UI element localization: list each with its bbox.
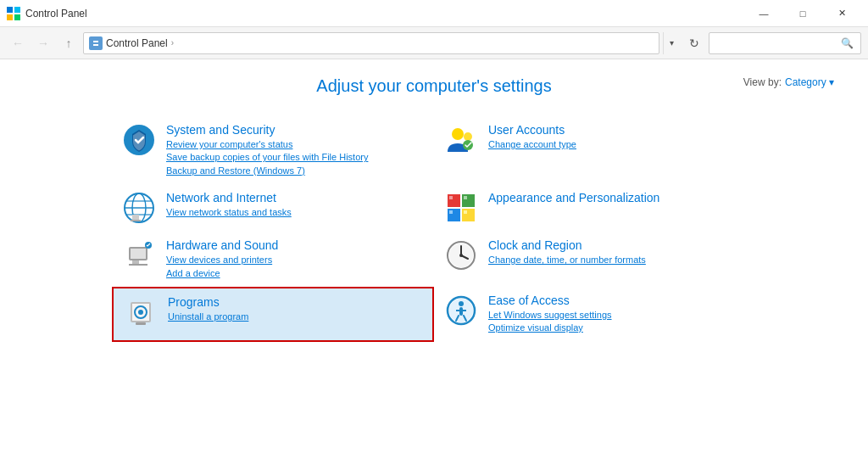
close-button[interactable]: ✕ — [822, 0, 861, 27]
svg-rect-6 — [93, 44, 98, 46]
clock-link-1[interactable]: Change date, time, or number formats — [488, 254, 746, 266]
svg-point-9 — [464, 132, 472, 141]
clock-icon — [444, 238, 478, 272]
ease-title[interactable]: Ease of Access — [488, 294, 746, 307]
address-path[interactable]: Control Panel › — [83, 32, 659, 54]
svg-point-8 — [452, 128, 464, 140]
user-accounts-title[interactable]: User Accounts — [488, 123, 746, 137]
category-hardware[interactable]: Hardware and Sound View devices and prin… — [112, 232, 434, 287]
search-box[interactable]: 🔍 — [709, 32, 861, 54]
view-by: View by: Category ▾ — [743, 76, 834, 88]
svg-rect-5 — [93, 41, 98, 42]
svg-rect-2 — [7, 14, 13, 20]
programs-link-1[interactable]: Uninstall a program — [168, 311, 422, 323]
up-button[interactable]: ↑ — [58, 32, 80, 54]
system-security-icon — [122, 123, 156, 157]
hardware-link-1[interactable]: View devices and printers — [166, 254, 424, 266]
network-link-1[interactable]: View network status and tasks — [166, 206, 424, 219]
page-title: Adjust your computer's settings — [34, 76, 834, 96]
path-text: Control Panel — [106, 37, 168, 49]
network-icon — [122, 191, 156, 225]
svg-rect-25 — [464, 210, 467, 214]
category-network-and-internet[interactable]: Network and Internet View network status… — [112, 184, 434, 232]
programs-text: Programs Uninstall a program — [168, 295, 422, 323]
category-system-and-security[interactable]: System and Security Review your computer… — [112, 116, 434, 184]
main-content: Adjust your computer's settings View by:… — [0, 59, 868, 459]
category-clock[interactable]: Clock and Region Change date, time, or n… — [434, 232, 756, 287]
svg-rect-16 — [132, 215, 139, 220]
category-programs[interactable]: Programs Uninstall a program — [112, 287, 434, 342]
title-bar: Control Panel — □ ✕ — [0, 0, 868, 27]
category-user-accounts[interactable]: User Accounts Change account type — [434, 116, 756, 184]
system-security-link-2[interactable]: Save backup copies of your files with Fi… — [166, 151, 424, 164]
minimize-button[interactable]: — — [744, 0, 783, 27]
clock-text: Clock and Region Change date, time, or n… — [488, 238, 746, 266]
path-chevron: › — [171, 38, 174, 48]
svg-rect-3 — [14, 14, 20, 20]
system-security-title[interactable]: System and Security — [166, 123, 424, 137]
ease-link-2[interactable]: Optimize visual display — [488, 322, 746, 334]
category-ease-of-access[interactable]: Ease of Access Let Windows suggest setti… — [434, 287, 756, 342]
forward-button[interactable]: → — [32, 32, 54, 54]
svg-rect-27 — [131, 249, 146, 259]
view-by-label: View by: — [743, 76, 782, 88]
programs-title[interactable]: Programs — [168, 295, 422, 309]
network-title[interactable]: Network and Internet — [166, 191, 424, 204]
system-security-link-1[interactable]: Review your computer's status — [166, 138, 424, 151]
appearance-icon — [444, 191, 478, 225]
appearance-text: Appearance and Personalization — [488, 191, 746, 206]
maximize-button[interactable]: □ — [783, 0, 822, 27]
svg-point-35 — [459, 254, 463, 257]
user-accounts-text: User Accounts Change account type — [488, 123, 746, 151]
svg-rect-24 — [449, 210, 453, 214]
back-button[interactable]: ← — [7, 32, 29, 54]
hardware-title[interactable]: Hardware and Sound — [166, 238, 424, 252]
svg-rect-28 — [132, 260, 139, 264]
user-accounts-icon — [444, 123, 478, 157]
address-bar: ← → ↑ Control Panel › ▾ ↻ 🔍 — [0, 27, 868, 59]
svg-rect-4 — [92, 39, 100, 48]
categories-grid: System and Security Review your computer… — [112, 116, 756, 342]
ease-icon — [444, 294, 478, 327]
svg-point-39 — [138, 310, 143, 315]
svg-rect-23 — [464, 196, 467, 199]
window-controls: — □ ✕ — [744, 0, 861, 27]
category-appearance[interactable]: Appearance and Personalization — [434, 184, 756, 232]
view-by-value[interactable]: Category ▾ — [785, 76, 834, 88]
ease-link-1[interactable]: Let Windows suggest settings — [488, 309, 746, 322]
svg-rect-17 — [131, 220, 141, 221]
svg-rect-0 — [7, 7, 13, 13]
system-security-link-3[interactable]: Backup and Restore (Windows 7) — [166, 165, 424, 177]
svg-rect-22 — [449, 196, 453, 199]
svg-point-43 — [459, 301, 464, 306]
user-accounts-link-1[interactable]: Change account type — [488, 138, 746, 151]
search-icon: 🔍 — [841, 37, 854, 49]
network-text: Network and Internet View network status… — [166, 191, 424, 219]
programs-icon — [124, 295, 158, 329]
hardware-icon — [122, 238, 156, 272]
window-title: Control Panel — [25, 8, 744, 20]
clock-title[interactable]: Clock and Region — [488, 238, 746, 252]
address-dropdown-button[interactable]: ▾ — [663, 32, 680, 54]
ease-text: Ease of Access Let Windows suggest setti… — [488, 294, 746, 335]
system-security-text: System and Security Review your computer… — [166, 123, 424, 177]
path-icon — [89, 36, 103, 50]
refresh-button[interactable]: ↻ — [683, 32, 705, 54]
appearance-title[interactable]: Appearance and Personalization — [488, 191, 746, 204]
svg-rect-1 — [14, 7, 20, 13]
app-icon — [7, 7, 20, 20]
svg-rect-40 — [136, 322, 146, 325]
svg-rect-29 — [129, 264, 147, 266]
hardware-text: Hardware and Sound View devices and prin… — [166, 238, 424, 280]
hardware-link-2[interactable]: Add a device — [166, 267, 424, 280]
